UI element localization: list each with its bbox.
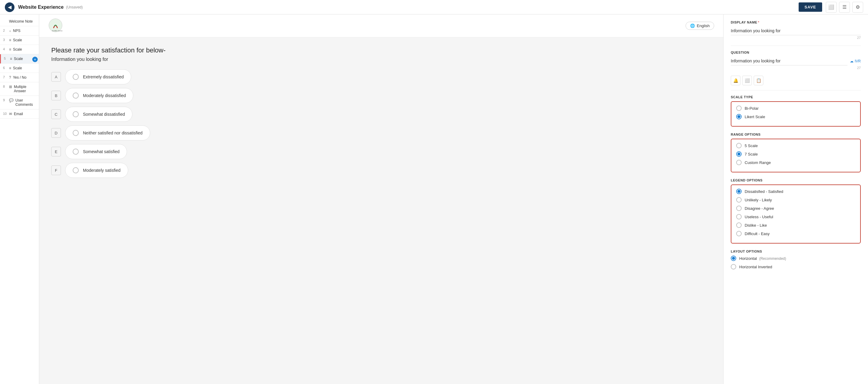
sidebar-item-multiple-answer[interactable]: 8 ⊞ Multiple Answer bbox=[0, 82, 39, 96]
option-pill[interactable]: Moderately satisfied bbox=[65, 163, 128, 178]
option-text: Somewhat dissatisfied bbox=[83, 112, 125, 117]
scale-option-c[interactable]: C Somewhat dissatisfied bbox=[51, 107, 711, 122]
desktop-view-button[interactable]: ⬜ bbox=[826, 2, 837, 13]
useless-option[interactable]: Useless - Useful bbox=[736, 214, 855, 219]
svg-text:ACME Demo: ACME Demo bbox=[52, 30, 63, 32]
menu-button[interactable]: ☰ bbox=[839, 2, 850, 13]
sidebar-item-label: Multiple Answer bbox=[14, 85, 36, 93]
range-options-box: 5 Scale 7 Scale Custom Range bbox=[731, 139, 861, 172]
display-name-section: DISPLAY NAME* 27 bbox=[731, 21, 861, 39]
sidebar-item-scale-4[interactable]: 4 ≡ Scale bbox=[0, 45, 39, 54]
legend-options-label: LEGEND OPTIONS bbox=[731, 179, 861, 182]
cloud-icon: ☁ bbox=[850, 59, 854, 63]
scale-option-f[interactable]: F Moderately satisfied bbox=[51, 163, 711, 178]
option-pill[interactable]: Somewhat satisfied bbox=[65, 144, 127, 159]
scale-option-d[interactable]: D Neither satisfied nor dissatisfied bbox=[51, 125, 711, 140]
scale-option-b[interactable]: B Moderately dissatisfied bbox=[51, 88, 711, 103]
preview-content: Please rate your satisfaction for below-… bbox=[39, 37, 723, 191]
horizontal-option[interactable]: Horizontal (Recommended) bbox=[731, 256, 861, 261]
dislike-option[interactable]: Dislike - Like bbox=[736, 222, 855, 228]
display-name-input[interactable] bbox=[731, 27, 861, 35]
bell-icon: 🔔 bbox=[733, 78, 738, 83]
option-radio bbox=[73, 149, 79, 155]
ivr-button[interactable]: ☁ IVR bbox=[850, 59, 861, 63]
question-label: QUESTION bbox=[731, 51, 861, 54]
dissatisfied-label: Dissatisfied - Satisfied bbox=[745, 189, 783, 194]
sidebar-item-scale-3[interactable]: 3 ≡ Scale bbox=[0, 36, 39, 45]
likert-option[interactable]: Likert Scale bbox=[736, 114, 855, 119]
horizontal-inv-option[interactable]: Horizontal Inverted bbox=[731, 264, 861, 269]
legend-options-section: LEGEND OPTIONS Dissatisfied - Satisfied … bbox=[731, 179, 861, 244]
hierarchy-button[interactable]: ⚙ bbox=[852, 2, 863, 13]
horizontal-inv-label: Horizontal Inverted bbox=[739, 265, 772, 269]
sidebar-item-welcome-note[interactable]: Welcome Note bbox=[0, 17, 39, 26]
back-icon: ◀ bbox=[8, 4, 11, 10]
sidebar-item-nps[interactable]: 2 ⬦ NPS bbox=[0, 26, 39, 36]
sidebar-item-scale-5[interactable]: 5 ≡ Scale + bbox=[0, 54, 39, 64]
add-item-button[interactable]: + bbox=[32, 57, 38, 62]
option-pill[interactable]: Neither satisfied nor dissatisfied bbox=[65, 125, 150, 140]
recommended-note: (Recommended) bbox=[759, 256, 786, 261]
notification-tab[interactable]: 🔔 bbox=[731, 76, 740, 85]
difficult-label: Difficult - Easy bbox=[745, 231, 770, 236]
display-name-char-count: 27 bbox=[731, 36, 861, 39]
5scale-option[interactable]: 5 Scale bbox=[736, 143, 855, 148]
question-input[interactable] bbox=[731, 57, 847, 65]
custom-radio bbox=[736, 160, 742, 165]
back-button[interactable]: ◀ bbox=[5, 2, 14, 12]
language-label: English bbox=[697, 24, 710, 28]
difficult-radio bbox=[736, 231, 742, 236]
7scale-label: 7 Scale bbox=[745, 152, 757, 156]
bipolar-option[interactable]: Bi-Polar bbox=[736, 105, 855, 111]
unsaved-label: (Unsaved) bbox=[66, 5, 83, 9]
sidebar-item-label: Welcome Note bbox=[9, 19, 33, 24]
language-button[interactable]: 🌐 English bbox=[685, 22, 714, 30]
hierarchy-icon: ⚙ bbox=[856, 4, 860, 10]
scale-options-list: A Extremely dissatisfied B Moderately di… bbox=[51, 69, 711, 178]
sidebar-item-email[interactable]: 10 ✉ Email bbox=[0, 109, 39, 119]
bipolar-radio bbox=[736, 105, 742, 111]
dissatisfied-option[interactable]: Dissatisfied - Satisfied bbox=[736, 189, 855, 194]
unlikely-option[interactable]: Unlikely - Likely bbox=[736, 197, 855, 202]
7scale-option[interactable]: 7 Scale bbox=[736, 151, 855, 157]
difficult-option[interactable]: Difficult - Easy bbox=[736, 231, 855, 236]
option-letter: C bbox=[51, 109, 61, 119]
sidebar-item-scale-6[interactable]: 6 ≡ Scale bbox=[0, 64, 39, 73]
sidebar-item-user-comments[interactable]: 9 💬 User Comments bbox=[0, 96, 39, 109]
multiple-icon: ⊞ bbox=[9, 85, 12, 89]
language-icon: 🌐 bbox=[690, 24, 695, 28]
option-pill[interactable]: Somewhat dissatisfied bbox=[65, 107, 132, 122]
unlikely-label: Unlikely - Likely bbox=[745, 198, 772, 202]
scale-option-e[interactable]: E Somewhat satisfied bbox=[51, 144, 711, 159]
display-tab[interactable]: ⬜ bbox=[742, 76, 752, 85]
scale-icon: ≡ bbox=[9, 47, 11, 52]
custom-range-option[interactable]: Custom Range bbox=[736, 160, 855, 165]
sidebar-item-label: User Comments bbox=[16, 98, 36, 107]
option-radio bbox=[73, 111, 79, 117]
question-section: QUESTION ☁ IVR 27 bbox=[731, 51, 861, 70]
scale-icon: ≡ bbox=[9, 66, 11, 70]
sidebar-item-label: NPS bbox=[13, 29, 21, 33]
preview-header: ACME Demo 🌐 English bbox=[39, 14, 723, 37]
option-pill[interactable]: Moderately dissatisfied bbox=[65, 88, 133, 103]
scale-option-a[interactable]: A Extremely dissatisfied bbox=[51, 69, 711, 85]
clipboard-tab[interactable]: 📋 bbox=[754, 76, 763, 85]
option-pill[interactable]: Extremely dissatisfied bbox=[65, 69, 131, 85]
save-button[interactable]: SAVE bbox=[799, 2, 822, 12]
sidebar-item-label: Scale bbox=[13, 47, 22, 52]
range-options-section: RANGE OPTIONS 5 Scale 7 Scale Custom Ran… bbox=[731, 133, 861, 172]
useless-label: Useless - Useful bbox=[745, 215, 773, 219]
disagree-option[interactable]: Disagree - Agree bbox=[736, 205, 855, 211]
option-text: Somewhat satisfied bbox=[83, 149, 119, 154]
option-letter: A bbox=[51, 72, 61, 82]
horizontal-label: Horizontal (Recommended) bbox=[739, 256, 786, 261]
right-panel: DISPLAY NAME* 27 QUESTION ☁ IVR 27 🔔 bbox=[723, 14, 868, 384]
sidebar-item-label: Email bbox=[14, 112, 23, 116]
main-layout: Welcome Note 2 ⬦ NPS 3 ≡ Scale 4 ≡ Scale… bbox=[0, 14, 868, 384]
scale-type-label: SCALE TYPE bbox=[731, 95, 861, 99]
useless-radio bbox=[736, 214, 742, 219]
sidebar-item-label: Scale bbox=[13, 66, 22, 70]
clipboard-icon: 📋 bbox=[756, 78, 761, 83]
range-options-label: RANGE OPTIONS bbox=[731, 133, 861, 136]
sidebar-item-yes-no[interactable]: 7 ? Yes / No bbox=[0, 73, 39, 82]
